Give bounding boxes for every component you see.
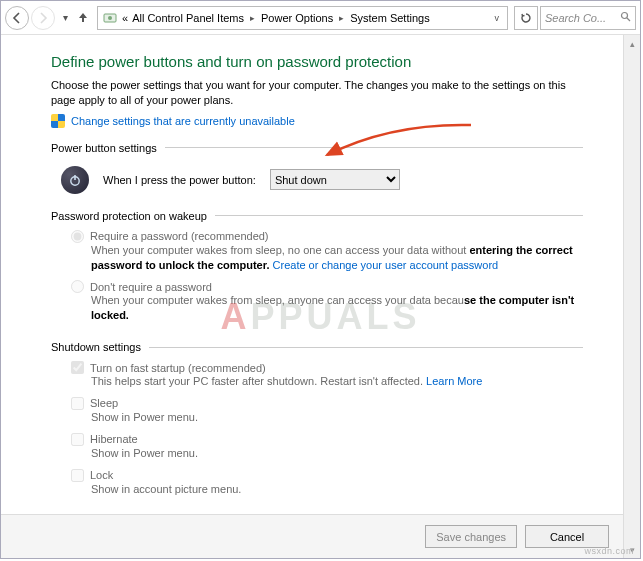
vertical-scrollbar[interactable]: ▴ ▾ — [623, 35, 640, 558]
uac-shield-icon — [51, 114, 65, 128]
chevron-right-icon: ▸ — [248, 13, 257, 23]
button-bar: Save changes Cancel — [1, 514, 623, 558]
lock-checkbox — [71, 469, 84, 482]
breadcrumb-prefix: « — [122, 12, 128, 24]
svg-point-2 — [622, 13, 628, 19]
create-password-link[interactable]: Create or change your user account passw… — [273, 259, 499, 271]
option-label: Don't require a password — [90, 281, 212, 293]
svg-point-1 — [108, 16, 112, 20]
fast-startup-checkbox — [71, 361, 84, 374]
hibernate-checkbox — [71, 433, 84, 446]
breadcrumb-item[interactable]: Power Options — [261, 12, 333, 24]
chevron-right-icon: ▸ — [337, 13, 346, 23]
search-icon — [620, 11, 631, 24]
search-input[interactable]: Search Co... — [540, 6, 636, 30]
refresh-button[interactable] — [514, 6, 538, 30]
address-dropdown-icon[interactable]: v — [491, 13, 504, 23]
scroll-up-icon[interactable]: ▴ — [624, 35, 640, 52]
change-settings-link[interactable]: Change settings that are currently unava… — [71, 115, 295, 127]
power-icon — [61, 166, 89, 194]
breadcrumb-item[interactable]: System Settings — [350, 12, 429, 24]
address-bar[interactable]: « All Control Panel Items ▸ Power Option… — [97, 6, 508, 30]
option-label: Require a password (recommended) — [90, 230, 269, 242]
sleep-checkbox — [71, 397, 84, 410]
control-panel-icon — [102, 10, 118, 26]
no-password-radio — [71, 280, 84, 293]
section-header-password: Password protection on wakeup — [51, 210, 583, 222]
option-label: Turn on fast startup (recommended) — [90, 362, 266, 374]
save-button[interactable]: Save changes — [425, 525, 517, 548]
cancel-button[interactable]: Cancel — [525, 525, 609, 548]
option-label: Hibernate — [90, 433, 138, 445]
page-title: Define power buttons and turn on passwor… — [51, 53, 583, 70]
attribution-text: wsxdn.com — [584, 546, 634, 556]
breadcrumb-item[interactable]: All Control Panel Items — [132, 12, 244, 24]
svg-line-3 — [627, 18, 630, 21]
recent-dropdown-icon[interactable]: ▾ — [57, 12, 73, 23]
option-label: Lock — [90, 469, 113, 481]
back-button[interactable] — [5, 6, 29, 30]
power-button-label: When I press the power button: — [103, 174, 256, 186]
section-header-shutdown: Shutdown settings — [51, 341, 583, 353]
forward-button[interactable] — [31, 6, 55, 30]
content-pane: Define power buttons and turn on passwor… — [1, 35, 623, 514]
option-label: Sleep — [90, 397, 118, 409]
navbar: ▾ « All Control Panel Items ▸ Power Opti… — [1, 1, 640, 35]
up-button[interactable] — [75, 11, 91, 25]
section-header-power-button: Power button settings — [51, 142, 583, 154]
power-button-action-select[interactable]: Shut down — [270, 169, 400, 190]
require-password-radio — [71, 230, 84, 243]
intro-text: Choose the power settings that you want … — [51, 78, 583, 108]
learn-more-link[interactable]: Learn More — [426, 375, 482, 387]
search-placeholder: Search Co... — [545, 12, 606, 24]
